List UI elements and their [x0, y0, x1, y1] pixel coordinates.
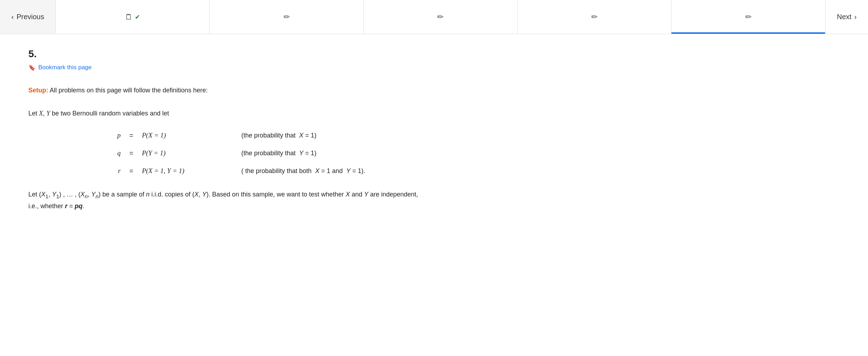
edit-icon-3: ✏ — [437, 12, 444, 22]
conclusion-paragraph: Let (X1, Y1) , … , (Xn, Yn) be a sample … — [28, 189, 610, 212]
eq-expr-r: P(X = 1, Y = 1) — [142, 167, 220, 175]
tab-3[interactable]: ✏ — [364, 0, 518, 34]
eq-equals-q: = — [121, 149, 142, 157]
tab-1[interactable]: 🗒 ✔ — [56, 0, 210, 34]
chevron-right-icon: › — [854, 13, 857, 21]
setup-label: Setup: — [28, 87, 48, 94]
navigation-bar: ‹ Previous 🗒 ✔ ✏ ✏ ✏ — [0, 0, 868, 34]
edit-icon-2: ✏ — [284, 12, 290, 22]
eq-var-r: r — [99, 167, 121, 175]
edit-icon-5: ✏ — [745, 12, 752, 22]
previous-button[interactable]: ‹ Previous — [0, 0, 56, 34]
edit-icon-4: ✏ — [591, 12, 598, 22]
check-icon: ✔ — [135, 13, 140, 21]
next-button[interactable]: Next › — [825, 0, 868, 34]
tab-2[interactable]: ✏ — [210, 0, 364, 34]
equation-p: p = P(X = 1) (the probability that X = 1… — [99, 131, 610, 139]
tab-5[interactable]: ✏ — [671, 0, 825, 34]
eq-var-q: q — [99, 149, 121, 157]
bookmark-label: Bookmark this page — [38, 64, 92, 71]
eq-equals-p: = — [121, 131, 142, 139]
intro-paragraph: Let X, Y be two Bernoulli random variabl… — [28, 108, 610, 119]
eq-expr-p: P(X = 1) — [142, 131, 220, 139]
page-number: 5. — [28, 48, 610, 60]
eq-var-p: p — [99, 131, 121, 139]
equation-r: r = P(X = 1, Y = 1) ( the probability th… — [99, 167, 610, 175]
chevron-left-icon: ‹ — [11, 13, 14, 21]
bookmark-link[interactable]: 🔖 Bookmark this page — [28, 64, 610, 71]
main-content: 5. 🔖 Bookmark this page Setup: All probl… — [0, 34, 639, 233]
eq-comment-q: (the probability that Y = 1) — [241, 150, 317, 157]
tab-1-content: 🗒 ✔ — [125, 12, 140, 22]
question-tabs: 🗒 ✔ ✏ ✏ ✏ ✏ — [56, 0, 825, 34]
bookmark-icon: 🔖 — [28, 64, 35, 71]
eq-comment-r: ( the probability that both X = 1 and Y … — [241, 167, 365, 175]
equations-block: p = P(X = 1) (the probability that X = 1… — [28, 131, 610, 175]
equation-q: q = P(Y = 1) (the probability that Y = 1… — [99, 149, 610, 157]
setup-paragraph: Setup: All problems on this page will fo… — [28, 85, 610, 96]
previous-label: Previous — [17, 13, 44, 21]
eq-equals-r: = — [121, 167, 142, 175]
math-xy: X — [39, 110, 43, 117]
eq-expr-q: P(Y = 1) — [142, 149, 220, 157]
next-label: Next — [837, 13, 851, 21]
setup-body: All problems on this page will follow th… — [48, 87, 208, 94]
math-y: Y — [46, 110, 50, 117]
document-icon: 🗒 — [125, 12, 133, 22]
tab-4[interactable]: ✏ — [518, 0, 672, 34]
eq-comment-p: (the probability that X = 1) — [241, 132, 317, 139]
